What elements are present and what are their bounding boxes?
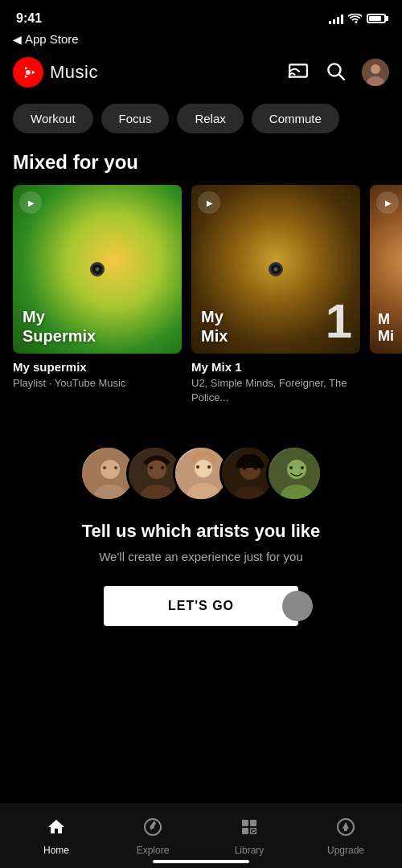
- wifi-icon: [348, 14, 362, 24]
- svg-point-14: [103, 466, 106, 469]
- nav-explore[interactable]: Explore: [105, 817, 201, 856]
- play-button-partial[interactable]: [376, 191, 399, 214]
- svg-point-12: [100, 460, 120, 479]
- back-label: App Store: [25, 32, 79, 46]
- logo-area: Music: [13, 57, 98, 88]
- svg-point-3: [26, 70, 31, 75]
- svg-point-5: [289, 76, 291, 78]
- svg-point-35: [301, 466, 304, 469]
- home-indicator: [153, 860, 249, 863]
- svg-point-20: [161, 466, 164, 469]
- supermix-overlay-text: My Supermix: [23, 307, 96, 346]
- nav-upgrade-label: Upgrade: [327, 845, 364, 856]
- svg-point-29: [243, 466, 247, 470]
- svg-rect-47: [344, 829, 347, 831]
- pill-commute[interactable]: Commute: [252, 104, 339, 133]
- card-supermix[interactable]: My Supermix My supermix Playlist · YouTu…: [13, 185, 182, 405]
- signal-icon: [329, 13, 343, 24]
- loading-spinner: [282, 591, 313, 621]
- status-bar: 9:41: [0, 0, 402, 32]
- svg-marker-46: [343, 822, 349, 829]
- explore-icon: [143, 817, 162, 841]
- library-icon: [240, 817, 259, 841]
- bottom-nav: Home Explore Library: [0, 804, 402, 868]
- pill-workout[interactable]: Workout: [13, 104, 93, 133]
- lets-go-button[interactable]: LET'S GO: [104, 586, 298, 626]
- discovery-subtitle: We'll create an experience just for you: [99, 550, 303, 563]
- mix-number: 1: [326, 297, 352, 346]
- partial-overlay-text: MMi: [378, 311, 394, 346]
- svg-point-22: [195, 460, 212, 477]
- nav-library[interactable]: Library: [201, 817, 297, 856]
- nav-explore-label: Explore: [137, 845, 170, 856]
- card-partial[interactable]: MMi: [370, 185, 402, 405]
- nav-upgrade[interactable]: Upgrade: [297, 817, 394, 856]
- play-button-mymix1[interactable]: [198, 191, 220, 214]
- play-button-supermix[interactable]: [19, 191, 42, 214]
- back-arrow-icon: ◀: [13, 33, 22, 46]
- svg-rect-40: [242, 828, 248, 834]
- svg-point-17: [147, 460, 166, 479]
- home-icon: [47, 817, 66, 841]
- svg-point-30: [254, 466, 258, 470]
- supermix-title: My supermix: [13, 360, 182, 374]
- nav-library-label: Library: [235, 845, 265, 856]
- youtube-music-logo: [13, 57, 43, 88]
- discovery-section: Tell us which artists you like We'll cre…: [0, 421, 402, 642]
- svg-rect-39: [242, 820, 248, 826]
- app-header: Music: [0, 52, 402, 96]
- vinyl-center-mymix1: [269, 262, 283, 276]
- app-title: Music: [50, 62, 98, 83]
- nav-home[interactable]: Home: [8, 817, 105, 856]
- svg-point-24: [196, 465, 199, 469]
- mymix1-overlay-text: My Mix: [201, 307, 228, 346]
- svg-point-38: [151, 825, 154, 829]
- user-avatar[interactable]: [362, 59, 389, 86]
- supermix-subtitle: Playlist · YouTube Music: [13, 376, 182, 391]
- mixed-cards-row: My Supermix My supermix Playlist · YouTu…: [0, 185, 402, 405]
- svg-point-34: [289, 466, 293, 469]
- svg-point-25: [207, 465, 211, 469]
- pill-relax[interactable]: Relax: [177, 104, 243, 133]
- vinyl-center: [90, 262, 105, 276]
- svg-point-19: [150, 466, 153, 469]
- artist-avatars: [80, 445, 322, 502]
- svg-line-7: [339, 75, 344, 80]
- card-image-mymix1: My Mix 1: [191, 185, 360, 354]
- mymix1-title: My Mix 1: [191, 360, 360, 374]
- mymix1-subtitle: U2, Simple Minds, Foreigner, The Police.…: [191, 376, 360, 405]
- header-icons: [288, 59, 389, 86]
- category-pills: Workout Focus Relax Commute: [0, 96, 402, 145]
- artist-avatar-5: [266, 445, 322, 502]
- discovery-title: Tell us which artists you like: [82, 521, 321, 542]
- section-title-mixed: Mixed for you: [0, 145, 402, 185]
- nav-home-label: Home: [43, 845, 69, 856]
- card-image-supermix: My Supermix: [13, 185, 182, 354]
- status-icons: [329, 13, 386, 24]
- card-image-partial: MMi: [370, 185, 402, 354]
- search-icon[interactable]: [325, 60, 346, 84]
- svg-point-15: [114, 466, 117, 469]
- upgrade-icon: [336, 817, 355, 841]
- card-mymix1[interactable]: My Mix 1 My Mix 1 U2, Simple Minds, Fore…: [191, 185, 360, 405]
- cast-icon[interactable]: [288, 60, 309, 84]
- status-time: 9:41: [16, 11, 42, 26]
- svg-rect-41: [250, 820, 256, 826]
- back-nav[interactable]: ◀ App Store: [0, 32, 402, 52]
- battery-icon: [367, 14, 386, 23]
- pill-focus[interactable]: Focus: [101, 104, 170, 133]
- svg-point-9: [371, 64, 380, 74]
